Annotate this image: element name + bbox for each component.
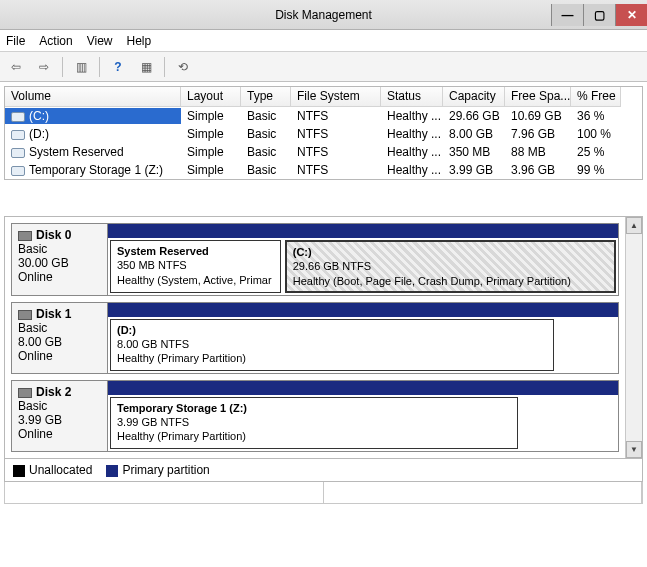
refresh-button[interactable]: ⟲ <box>171 55 195 79</box>
scroll-up-button[interactable]: ▲ <box>626 217 642 234</box>
volume-cell: Basic <box>241 108 291 124</box>
statusbar <box>4 482 643 504</box>
disk-row[interactable]: Disk 0Basic30.00 GBOnlineSystem Reserved… <box>11 223 619 296</box>
partition-size: 8.00 GB NTFS <box>117 337 547 351</box>
volume-row[interactable]: (C:)SimpleBasicNTFSHealthy ...29.66 GB10… <box>5 107 642 125</box>
col-volume[interactable]: Volume <box>5 87 181 107</box>
volume-cell: Healthy ... <box>381 162 443 178</box>
volume-cell: 100 % <box>571 126 621 142</box>
col-free[interactable]: Free Spa... <box>505 87 571 107</box>
menu-file[interactable]: File <box>6 34 25 48</box>
partition-title: Temporary Storage 1 (Z:) <box>117 401 511 415</box>
volume-cell: (D:) <box>5 126 181 142</box>
partition[interactable]: Temporary Storage 1 (Z:)3.99 GB NTFSHeal… <box>110 397 518 449</box>
disk-size: 30.00 GB <box>18 256 101 270</box>
disk-size: 8.00 GB <box>18 335 101 349</box>
arrow-right-icon: ⇨ <box>39 60 49 74</box>
partition-status: Healthy (Boot, Page File, Crash Dump, Pr… <box>293 274 608 288</box>
col-capacity[interactable]: Capacity <box>443 87 505 107</box>
legend-unallocated: Unallocated <box>13 463 92 477</box>
drive-icon <box>11 166 25 176</box>
partition[interactable]: (C:)29.66 GB NTFSHealthy (Boot, Page Fil… <box>285 240 616 293</box>
volume-cell: 3.96 GB <box>505 162 571 178</box>
volume-cell: 7.96 GB <box>505 126 571 142</box>
settings-view-button[interactable]: ▦ <box>134 55 158 79</box>
volume-list-header: Volume Layout Type File System Status Ca… <box>5 87 642 107</box>
col-pctfree[interactable]: % Free <box>571 87 621 107</box>
square-icon <box>106 465 118 477</box>
volume-cell: NTFS <box>291 144 381 160</box>
drive-icon <box>11 148 25 158</box>
refresh-icon: ⟲ <box>178 60 188 74</box>
forward-button[interactable]: ⇨ <box>32 55 56 79</box>
toolbar-separator <box>99 57 100 77</box>
disk-header-bar <box>108 381 618 395</box>
disk-size: 3.99 GB <box>18 413 101 427</box>
partition-status: Healthy (Primary Partition) <box>117 351 547 365</box>
partition[interactable]: System Reserved350 MB NTFSHealthy (Syste… <box>110 240 281 293</box>
chevron-down-icon: ▼ <box>630 445 638 454</box>
help-button[interactable]: ? <box>106 55 130 79</box>
toolbar-separator <box>62 57 63 77</box>
status-cell <box>5 482 324 503</box>
back-button[interactable]: ⇦ <box>4 55 28 79</box>
partition-title: (C:) <box>293 245 608 259</box>
col-status[interactable]: Status <box>381 87 443 107</box>
disk-info: Disk 1Basic8.00 GBOnline <box>12 303 108 373</box>
volume-cell: 88 MB <box>505 144 571 160</box>
pane-icon: ▥ <box>76 60 87 74</box>
grid-icon: ▦ <box>141 60 152 74</box>
disk-info: Disk 0Basic30.00 GBOnline <box>12 224 108 295</box>
maximize-button[interactable]: ▢ <box>583 4 615 26</box>
col-filesystem[interactable]: File System <box>291 87 381 107</box>
legend: Unallocated Primary partition <box>4 459 643 482</box>
partition-size: 350 MB NTFS <box>117 258 274 272</box>
menu-view[interactable]: View <box>87 34 113 48</box>
volume-cell: 10.69 GB <box>505 108 571 124</box>
col-layout[interactable]: Layout <box>181 87 241 107</box>
scroll-down-button[interactable]: ▼ <box>626 441 642 458</box>
volume-row[interactable]: (D:)SimpleBasicNTFSHealthy ...8.00 GB7.9… <box>5 125 642 143</box>
volume-row[interactable]: System ReservedSimpleBasicNTFSHealthy ..… <box>5 143 642 161</box>
menubar: File Action View Help <box>0 30 647 52</box>
volume-cell: NTFS <box>291 126 381 142</box>
disk-label: Disk 1 <box>18 307 101 321</box>
menu-action[interactable]: Action <box>39 34 72 48</box>
volume-cell: Simple <box>181 108 241 124</box>
disk-graphical-view[interactable]: Disk 0Basic30.00 GBOnlineSystem Reserved… <box>4 216 643 459</box>
minimize-button[interactable]: — <box>551 4 583 26</box>
show-hide-button[interactable]: ▥ <box>69 55 93 79</box>
volume-cell: 3.99 GB <box>443 162 505 178</box>
volume-row[interactable]: Temporary Storage 1 (Z:)SimpleBasicNTFSH… <box>5 161 642 179</box>
toolbar-separator <box>164 57 165 77</box>
volume-cell: Healthy ... <box>381 144 443 160</box>
disk-header-bar <box>108 303 618 317</box>
disk-row[interactable]: Disk 2Basic3.99 GBOnlineTemporary Storag… <box>11 380 619 452</box>
partition-title: (D:) <box>117 323 547 337</box>
titlebar[interactable]: Disk Management — ▢ ✕ <box>0 0 647 30</box>
disk-row[interactable]: Disk 1Basic8.00 GBOnline(D:)8.00 GB NTFS… <box>11 302 619 374</box>
volume-cell: NTFS <box>291 162 381 178</box>
disk-label: Disk 0 <box>18 228 101 242</box>
partition-status: Healthy (Primary Partition) <box>117 429 511 443</box>
disk-state: Online <box>18 427 101 441</box>
drive-icon <box>11 130 25 140</box>
scrollbar-vertical[interactable]: ▲ ▼ <box>625 217 642 458</box>
drive-icon <box>11 112 25 122</box>
close-button[interactable]: ✕ <box>615 4 647 26</box>
col-type[interactable]: Type <box>241 87 291 107</box>
partition-size: 29.66 GB NTFS <box>293 259 608 273</box>
disk-icon <box>18 388 32 398</box>
volume-cell: Simple <box>181 144 241 160</box>
volume-cell: Basic <box>241 162 291 178</box>
volume-list[interactable]: Volume Layout Type File System Status Ca… <box>4 86 643 180</box>
square-icon <box>13 465 25 477</box>
disk-type: Basic <box>18 399 101 413</box>
menu-help[interactable]: Help <box>127 34 152 48</box>
volume-cell: Basic <box>241 144 291 160</box>
disk-type: Basic <box>18 242 101 256</box>
partition[interactable]: (D:)8.00 GB NTFSHealthy (Primary Partiti… <box>110 319 554 371</box>
volume-cell: 350 MB <box>443 144 505 160</box>
legend-primary: Primary partition <box>106 463 209 477</box>
volume-cell: Healthy ... <box>381 126 443 142</box>
